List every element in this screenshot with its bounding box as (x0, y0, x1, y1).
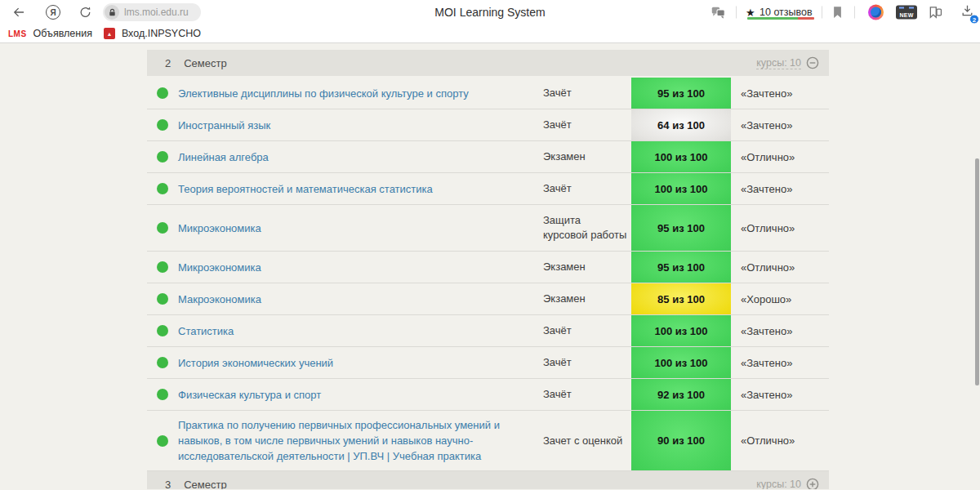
lms-logo-icon: LMS (8, 29, 27, 38)
chat-bubbles-icon (710, 6, 726, 20)
bookmark-inpsycho-login[interactable]: ▲ Вход.INPSYCHO (104, 28, 201, 39)
course-link[interactable]: История экономических учений (178, 355, 333, 371)
chat-panels-icon[interactable] (710, 6, 726, 20)
refresh-button[interactable] (78, 6, 92, 20)
score-badge: 92 из 100 (631, 379, 731, 410)
grade-text: «Отлично» (731, 411, 829, 470)
course-cell: Элективные дисциплины по физической куль… (178, 78, 543, 109)
status-cell (147, 109, 178, 140)
courses-count-link[interactable]: курсы: 10 (756, 57, 801, 69)
semester-number: 2 (165, 57, 171, 69)
table-row: Линейная алгебра Экзамен 100 из 100 «Отл… (147, 141, 829, 173)
status-cell (147, 379, 178, 410)
status-cell (147, 347, 178, 378)
grade-text: «Зачтено» (731, 78, 829, 109)
status-dot-icon (157, 435, 168, 447)
refresh-icon (78, 6, 92, 20)
divider (736, 7, 737, 19)
back-button[interactable] (11, 5, 26, 20)
status-cell (147, 411, 178, 470)
assessment-type: Зачёт (543, 173, 631, 204)
score-badge: 95 из 100 (631, 252, 731, 283)
course-cell: Физическая культура и спорт (178, 379, 543, 410)
score-badge: 100 из 100 (631, 141, 731, 172)
lms-page: 2 Семестр курсы: 10 Элективные дисциплин… (0, 43, 980, 489)
address-bar[interactable]: lms.moi.edu.ru (103, 3, 201, 21)
yandex-browser-icon[interactable]: Я (46, 5, 60, 20)
table-row: История экономических учений Зачёт 100 и… (147, 347, 829, 379)
course-link[interactable]: Статистика (178, 323, 234, 339)
vertical-scrollbar-thumb[interactable] (975, 158, 979, 385)
score-badge: 64 из 100 (631, 109, 731, 140)
course-link[interactable]: Линейная алгебра (178, 149, 269, 165)
status-cell (147, 315, 178, 346)
grade-text: «Отлично» (731, 141, 829, 172)
grades-table-body: Элективные дисциплины по физической куль… (147, 78, 829, 471)
semester-3-header: 3 Семестр курсы: 10 (147, 471, 829, 489)
course-link[interactable]: Теория вероятностей и математическая ста… (178, 181, 433, 197)
table-row: Элективные дисциплины по физической куль… (147, 78, 829, 109)
downloads-button[interactable]: 2 (960, 4, 974, 21)
extension-inner-globe-icon (871, 7, 881, 18)
bookmarks-bar: LMS Объявления ▲ Вход.INPSYCHO (0, 24, 980, 43)
grade-text: «Отлично» (731, 252, 829, 283)
url-text: lms.moi.edu.ru (119, 7, 189, 18)
grades-content: 2 Семестр курсы: 10 Элективные дисциплин… (147, 43, 829, 489)
ssl-lock-chip[interactable] (105, 5, 119, 20)
course-cell: История экономических учений (178, 347, 543, 378)
status-dot-icon (157, 151, 168, 163)
bookmark-label: Объявления (33, 28, 92, 39)
status-cell (147, 141, 178, 172)
course-link[interactable]: Микроэкономика (178, 220, 261, 236)
semester-label: Семестр (184, 57, 226, 69)
table-row: Статистика Зачёт 100 из 100 «Зачтено» (147, 315, 829, 347)
status-cell (147, 78, 178, 109)
assessment-type: Зачет с оценкой (543, 411, 631, 470)
table-row: Микроэкономика Защита курсовой работы 95… (147, 205, 829, 252)
course-link[interactable]: Физическая культура и спорт (178, 387, 321, 403)
collections-icon[interactable] (928, 6, 943, 20)
course-link[interactable]: Макроэкономика (178, 292, 261, 307)
assessment-type: Зачёт (543, 379, 631, 410)
course-link[interactable]: Элективные дисциплины по физической куль… (178, 86, 469, 101)
status-cell (147, 173, 178, 204)
grade-text: «Хорошо» (731, 283, 829, 314)
divider (854, 7, 855, 19)
semester-2-header: 2 Семестр курсы: 10 (147, 50, 829, 76)
status-dot-icon (157, 87, 168, 99)
status-cell (147, 252, 178, 283)
courses-count-link[interactable]: курсы: 10 (756, 479, 801, 490)
course-cell: Статистика (178, 315, 543, 346)
course-link[interactable]: Иностранный язык (178, 118, 270, 133)
browser-topbar: Я lms.moi.edu.ru MOI Learning System ★ 1… (0, 0, 980, 24)
score-badge: 100 из 100 (631, 347, 731, 378)
table-row: Макроэкономика Экзамен 85 из 100 «Хорошо… (147, 283, 829, 315)
status-dot-icon (157, 293, 168, 305)
score-badge: 95 из 100 (631, 78, 731, 109)
assessment-type: Зачёт (543, 109, 631, 140)
course-cell: Теория вероятностей и математическая ста… (178, 173, 543, 204)
bookmark-label: Вход.INPSYCHO (122, 28, 201, 39)
status-cell (147, 205, 178, 251)
assessment-type: Экзамен (543, 252, 631, 283)
back-arrow-icon (11, 5, 26, 20)
bookmark-flag-icon (831, 6, 844, 20)
table-row: Физическая культура и спорт Зачёт 92 из … (147, 379, 829, 411)
status-dot-icon (157, 389, 168, 400)
expand-plus-icon[interactable] (806, 478, 819, 489)
extension-new-icon[interactable]: NEW (896, 6, 917, 20)
status-cell (147, 283, 178, 314)
extension-color-icon[interactable] (868, 5, 884, 20)
grade-text: «Зачтено» (731, 173, 829, 204)
bookmark-button[interactable] (831, 6, 844, 20)
tags-icon (928, 6, 943, 20)
grade-text: «Зачтено» (731, 347, 829, 378)
course-link[interactable]: Микроэкономика (178, 260, 261, 275)
grade-text: «Отлично» (731, 205, 829, 251)
collapse-minus-icon[interactable] (806, 56, 819, 69)
bookmark-lms-announcements[interactable]: LMS Объявления (8, 28, 92, 39)
course-cell: Линейная алгебра (178, 141, 543, 172)
course-link[interactable]: Практика по получению первичных професси… (178, 417, 535, 464)
reviews-link[interactable]: 10 отзывов (760, 7, 813, 18)
course-cell: Микроэкономика (178, 252, 543, 283)
